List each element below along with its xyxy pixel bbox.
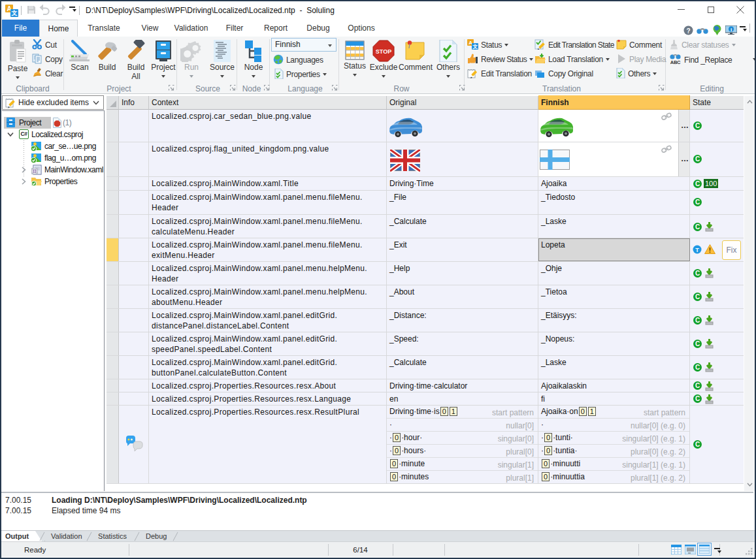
- svg-text:文: 文: [11, 10, 18, 16]
- svg-text:i: i: [731, 27, 732, 33]
- svg-text:文: 文: [472, 44, 478, 50]
- svg-text:ABC: ABC: [670, 59, 681, 65]
- svg-text:?: ?: [686, 27, 690, 35]
- svg-text:T: T: [695, 247, 699, 253]
- svg-text:STOP: STOP: [376, 48, 391, 55]
